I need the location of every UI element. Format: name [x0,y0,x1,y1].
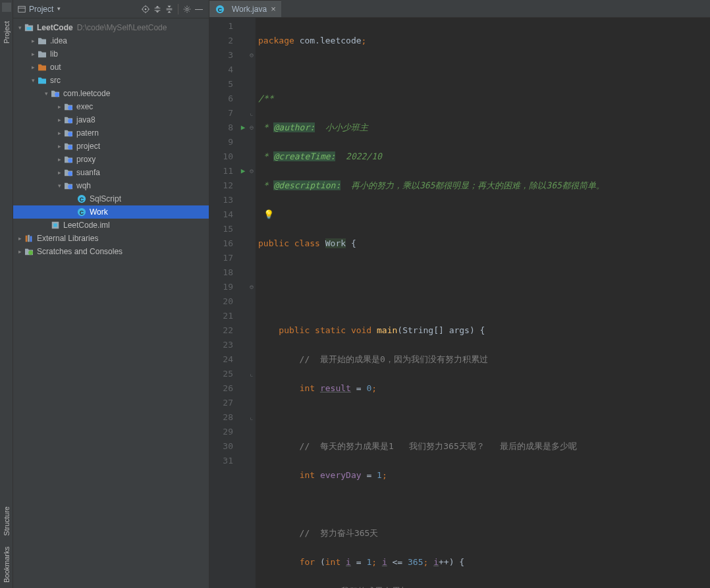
java-class-icon: C [215,4,225,14]
tab-close-icon[interactable]: × [271,4,276,14]
svg-point-3 [145,8,147,10]
minimize-icon[interactable]: — [193,3,205,15]
tree-out[interactable]: ▸out [13,61,209,74]
rail-bookmarks[interactable]: Bookmarks [3,541,11,588]
gutter-marks: ▶ ▶ [238,18,248,588]
fold-gutter: ⊖⌞⊖⊖⊖⌞⌞ [248,18,256,588]
tree-proxy[interactable]: ▸proxy [13,153,209,166]
project-pane: Project ▼ — ▾LeetCodeD:\code\MySelf\Leet… [13,0,209,588]
svg-text:C: C [218,6,223,13]
svg-point-29 [28,250,33,255]
tree-work[interactable]: CWork [13,205,209,219]
project-tool-icon[interactable] [2,3,11,12]
run-class-icon[interactable]: ▶ [238,120,248,135]
code-content[interactable]: package com.leetcode; /** * @author: 小小少… [256,18,710,588]
svg-rect-11 [27,27,32,30]
bulb-icon[interactable]: 💡 [263,209,274,219]
svg-point-12 [55,92,59,97]
project-view-icon [17,5,26,14]
svg-point-17 [68,158,72,163]
tree-project[interactable]: ▸project [13,140,209,153]
svg-point-15 [68,132,72,136]
tool-rail: Project Structure Bookmarks [0,0,13,588]
tree-sqlscript[interactable]: CSqlScript [13,192,209,205]
svg-point-13 [68,105,72,110]
editor-area: C Work.java × 12345678910111213141516171… [209,0,710,588]
tree-idea[interactable]: ▸.idea [13,34,209,47]
svg-rect-10 [25,24,28,26]
tree-wqh[interactable]: ▾wqh [13,179,209,192]
svg-point-18 [68,171,72,176]
pane-title-dropdown[interactable]: Project ▼ [17,5,61,14]
svg-rect-28 [30,236,32,242]
svg-point-16 [68,145,72,149]
tree-src[interactable]: ▾src [13,74,209,87]
svg-rect-25 [53,223,57,227]
svg-point-14 [68,119,72,123]
svg-rect-26 [26,236,28,242]
svg-text:C: C [80,209,84,216]
tree-pkg[interactable]: ▾com.leetcode [13,87,209,100]
tab-label: Work.java [232,5,267,14]
line-gutter: 1234567891011121314151617181920212223242… [209,18,238,588]
pane-header: Project ▼ — [13,0,209,18]
tree-root[interactable]: ▾LeetCodeD:\code\MySelf\LeetCode [13,21,209,34]
svg-point-8 [186,8,188,11]
tree-exec[interactable]: ▸exec [13,100,209,113]
tab-work[interactable]: C Work.java × [209,0,281,17]
chevron-down-icon: ▼ [56,6,61,12]
pane-title-text: Project [29,5,53,14]
svg-point-19 [68,184,72,189]
tree-suanfa[interactable]: ▸suanfa [13,166,209,179]
tree-scratch[interactable]: ▸Scratches and Consoles [13,245,209,258]
editor-body[interactable]: 1234567891011121314151617181920212223242… [209,18,710,588]
tree-lib[interactable]: ▸lib [13,47,209,61]
expand-all-icon[interactable] [151,3,163,15]
svg-text:C: C [80,196,84,203]
collapse-all-icon[interactable] [163,3,175,15]
svg-rect-27 [28,235,30,242]
tree-iml[interactable]: LeetCode.iml [13,219,209,232]
tree-java8[interactable]: ▸java8 [13,113,209,126]
project-tree: ▾LeetCodeD:\code\MySelf\LeetCode ▸.idea … [13,18,209,261]
locate-icon[interactable] [140,3,151,15]
tree-patern[interactable]: ▸patern [13,126,209,140]
svg-rect-0 [18,6,26,12]
run-main-icon[interactable]: ▶ [238,164,248,178]
tree-extlib[interactable]: ▸External Libraries [13,232,209,245]
separator [178,4,178,14]
gear-icon[interactable] [181,3,193,15]
tab-bar: C Work.java × [209,0,710,18]
rail-project[interactable]: Project [3,16,11,49]
rail-structure[interactable]: Structure [3,501,11,541]
